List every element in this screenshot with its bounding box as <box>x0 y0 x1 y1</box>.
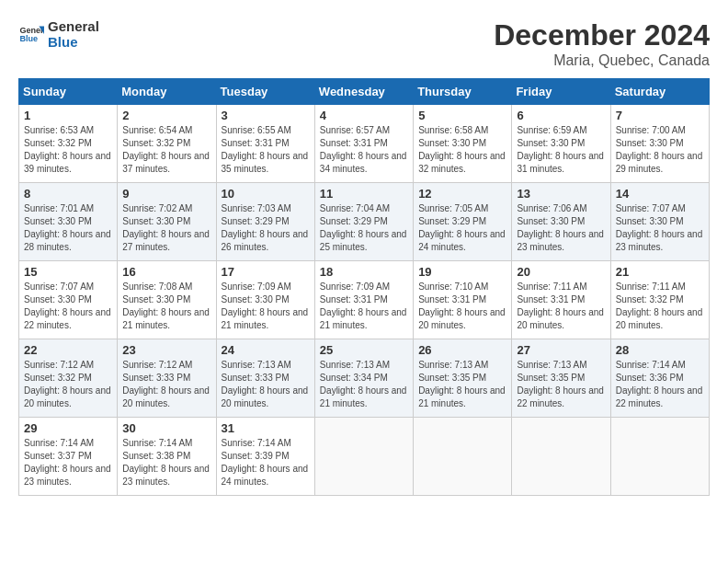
day-info: Sunrise: 7:09 AMSunset: 3:30 PMDaylight:… <box>222 281 310 332</box>
day-number: 30 <box>122 421 210 435</box>
day-info: Sunrise: 7:13 AMSunset: 3:35 PMDaylight:… <box>517 359 605 410</box>
day-number: 18 <box>320 265 408 279</box>
logo-blue: Blue <box>48 34 99 50</box>
calendar-cell: 25Sunrise: 7:13 AMSunset: 3:34 PMDayligh… <box>314 339 413 418</box>
svg-text:Blue: Blue <box>19 34 38 43</box>
day-info: Sunrise: 7:00 AMSunset: 3:30 PMDaylight:… <box>616 124 704 176</box>
calendar-cell: 26Sunrise: 7:13 AMSunset: 3:35 PMDayligh… <box>414 339 512 418</box>
calendar-cell: 27Sunrise: 7:13 AMSunset: 3:35 PMDayligh… <box>512 339 610 418</box>
calendar-cell: 16Sunrise: 7:08 AMSunset: 3:30 PMDayligh… <box>118 261 216 339</box>
day-number: 27 <box>517 343 605 357</box>
day-header-saturday: Saturday <box>610 79 709 105</box>
calendar-cell: 1Sunrise: 6:53 AMSunset: 3:32 PMDaylight… <box>19 105 118 183</box>
calendar-cell <box>512 418 610 496</box>
calendar-cell <box>610 418 709 496</box>
day-number: 26 <box>418 343 506 357</box>
calendar-cell: 21Sunrise: 7:11 AMSunset: 3:32 PMDayligh… <box>610 261 709 339</box>
day-info: Sunrise: 7:10 AMSunset: 3:31 PMDaylight:… <box>418 281 506 332</box>
week-row-1: 1Sunrise: 6:53 AMSunset: 3:32 PMDaylight… <box>19 105 710 183</box>
day-info: Sunrise: 7:11 AMSunset: 3:32 PMDaylight:… <box>616 281 704 332</box>
day-info: Sunrise: 6:59 AMSunset: 3:30 PMDaylight:… <box>517 124 605 176</box>
day-info: Sunrise: 7:09 AMSunset: 3:31 PMDaylight:… <box>320 281 408 332</box>
day-number: 8 <box>24 187 112 201</box>
calendar-cell: 6Sunrise: 6:59 AMSunset: 3:30 PMDaylight… <box>512 105 610 183</box>
day-info: Sunrise: 7:01 AMSunset: 3:30 PMDaylight:… <box>24 202 112 254</box>
day-info: Sunrise: 7:14 AMSunset: 3:36 PMDaylight:… <box>616 359 704 410</box>
day-header-tuesday: Tuesday <box>216 79 314 105</box>
calendar-cell: 9Sunrise: 7:02 AMSunset: 3:30 PMDaylight… <box>118 183 216 261</box>
calendar-cell: 22Sunrise: 7:12 AMSunset: 3:32 PMDayligh… <box>19 339 118 418</box>
day-number: 12 <box>418 187 506 201</box>
calendar-cell: 24Sunrise: 7:13 AMSunset: 3:33 PMDayligh… <box>216 339 314 418</box>
calendar-cell <box>414 418 512 496</box>
day-info: Sunrise: 7:13 AMSunset: 3:33 PMDaylight:… <box>222 359 310 410</box>
calendar-table: SundayMondayTuesdayWednesdayThursdayFrid… <box>18 78 710 496</box>
day-header-friday: Friday <box>512 79 610 105</box>
day-number: 5 <box>418 109 506 122</box>
day-header-thursday: Thursday <box>414 79 512 105</box>
header: General Blue General Blue December 2024 … <box>18 18 710 69</box>
calendar-cell: 15Sunrise: 7:07 AMSunset: 3:30 PMDayligh… <box>19 261 118 339</box>
calendar-cell: 5Sunrise: 6:58 AMSunset: 3:30 PMDaylight… <box>414 105 512 183</box>
day-header-sunday: Sunday <box>19 79 118 105</box>
day-number: 6 <box>517 109 605 122</box>
day-number: 20 <box>517 265 605 279</box>
day-header-monday: Monday <box>118 79 216 105</box>
day-number: 29 <box>24 421 112 435</box>
day-info: Sunrise: 6:53 AMSunset: 3:32 PMDaylight:… <box>24 124 112 176</box>
week-row-4: 22Sunrise: 7:12 AMSunset: 3:32 PMDayligh… <box>19 339 710 418</box>
day-info: Sunrise: 7:07 AMSunset: 3:30 PMDaylight:… <box>616 202 704 254</box>
calendar-cell: 20Sunrise: 7:11 AMSunset: 3:31 PMDayligh… <box>512 261 610 339</box>
day-info: Sunrise: 7:14 AMSunset: 3:39 PMDaylight:… <box>222 437 310 488</box>
calendar-cell: 7Sunrise: 7:00 AMSunset: 3:30 PMDaylight… <box>610 105 709 183</box>
calendar-cell: 17Sunrise: 7:09 AMSunset: 3:30 PMDayligh… <box>216 261 314 339</box>
day-info: Sunrise: 6:57 AMSunset: 3:31 PMDaylight:… <box>320 124 408 176</box>
day-number: 17 <box>222 265 310 279</box>
day-info: Sunrise: 7:02 AMSunset: 3:30 PMDaylight:… <box>122 202 210 254</box>
calendar-cell: 12Sunrise: 7:05 AMSunset: 3:29 PMDayligh… <box>414 183 512 261</box>
day-number: 24 <box>222 343 310 357</box>
day-info: Sunrise: 7:08 AMSunset: 3:30 PMDaylight:… <box>122 281 210 332</box>
calendar-cell: 8Sunrise: 7:01 AMSunset: 3:30 PMDaylight… <box>19 183 118 261</box>
calendar-cell: 10Sunrise: 7:03 AMSunset: 3:29 PMDayligh… <box>216 183 314 261</box>
day-number: 22 <box>24 343 112 357</box>
calendar-cell: 11Sunrise: 7:04 AMSunset: 3:29 PMDayligh… <box>314 183 413 261</box>
day-info: Sunrise: 6:58 AMSunset: 3:30 PMDaylight:… <box>418 124 506 176</box>
day-number: 31 <box>222 421 310 435</box>
calendar-cell: 18Sunrise: 7:09 AMSunset: 3:31 PMDayligh… <box>314 261 413 339</box>
week-row-3: 15Sunrise: 7:07 AMSunset: 3:30 PMDayligh… <box>19 261 710 339</box>
calendar-cell: 29Sunrise: 7:14 AMSunset: 3:37 PMDayligh… <box>19 418 118 496</box>
day-number: 15 <box>24 265 112 279</box>
day-info: Sunrise: 7:14 AMSunset: 3:38 PMDaylight:… <box>122 437 210 488</box>
day-number: 11 <box>320 187 408 201</box>
day-number: 13 <box>517 187 605 201</box>
header-row: SundayMondayTuesdayWednesdayThursdayFrid… <box>19 79 710 105</box>
month-title: December 2024 <box>494 18 710 52</box>
day-info: Sunrise: 7:12 AMSunset: 3:32 PMDaylight:… <box>24 359 112 410</box>
day-number: 7 <box>616 109 704 122</box>
calendar-cell: 14Sunrise: 7:07 AMSunset: 3:30 PMDayligh… <box>610 183 709 261</box>
day-number: 23 <box>122 343 210 357</box>
day-number: 25 <box>320 343 408 357</box>
title-area: December 2024 Maria, Quebec, Canada <box>494 18 710 69</box>
week-row-2: 8Sunrise: 7:01 AMSunset: 3:30 PMDaylight… <box>19 183 710 261</box>
day-info: Sunrise: 7:03 AMSunset: 3:29 PMDaylight:… <box>222 202 310 254</box>
day-info: Sunrise: 7:07 AMSunset: 3:30 PMDaylight:… <box>24 281 112 332</box>
day-header-wednesday: Wednesday <box>314 79 413 105</box>
day-number: 1 <box>24 109 112 122</box>
logo: General Blue General Blue <box>18 18 99 50</box>
logo-general: General <box>48 18 99 34</box>
calendar-cell: 2Sunrise: 6:54 AMSunset: 3:32 PMDaylight… <box>118 105 216 183</box>
day-number: 19 <box>418 265 506 279</box>
day-number: 16 <box>122 265 210 279</box>
calendar-cell: 13Sunrise: 7:06 AMSunset: 3:30 PMDayligh… <box>512 183 610 261</box>
day-number: 28 <box>616 343 704 357</box>
calendar-cell: 30Sunrise: 7:14 AMSunset: 3:38 PMDayligh… <box>118 418 216 496</box>
week-row-5: 29Sunrise: 7:14 AMSunset: 3:37 PMDayligh… <box>19 418 710 496</box>
day-number: 21 <box>616 265 704 279</box>
day-info: Sunrise: 6:55 AMSunset: 3:31 PMDaylight:… <box>222 124 310 176</box>
day-info: Sunrise: 7:14 AMSunset: 3:37 PMDaylight:… <box>24 437 112 488</box>
day-info: Sunrise: 7:11 AMSunset: 3:31 PMDaylight:… <box>517 281 605 332</box>
calendar-cell: 31Sunrise: 7:14 AMSunset: 3:39 PMDayligh… <box>216 418 314 496</box>
location-title: Maria, Quebec, Canada <box>494 52 710 69</box>
